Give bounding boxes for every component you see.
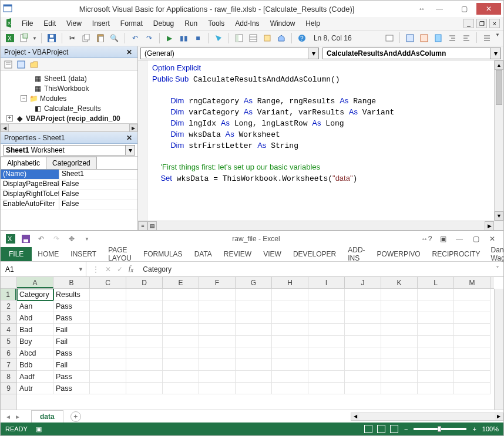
zoom-out-button[interactable]: − — [404, 425, 408, 432]
cell[interactable] — [126, 347, 163, 359]
page-break-view-icon[interactable] — [390, 425, 398, 433]
cell[interactable]: Pass — [53, 383, 90, 394]
cancel-formula-icon[interactable]: ✕ — [105, 265, 111, 273]
view-code-icon[interactable] — [3, 59, 14, 70]
find-icon[interactable]: 🔍 — [109, 32, 120, 44]
cell[interactable]: Pass — [53, 371, 90, 383]
row-header[interactable]: 3 — [1, 312, 16, 324]
column-header[interactable]: A — [17, 277, 53, 288]
cell[interactable] — [236, 300, 272, 312]
outdent-icon[interactable] — [461, 32, 472, 44]
cell[interactable] — [418, 300, 454, 312]
cell[interactable] — [454, 300, 490, 312]
column-header[interactable]: D — [126, 277, 163, 288]
cell[interactable] — [163, 312, 199, 324]
cell[interactable] — [90, 359, 126, 371]
ribbon-tab-review[interactable]: REVIEW — [218, 247, 257, 261]
zoom-slider[interactable] — [414, 428, 466, 430]
save-icon[interactable] — [46, 32, 58, 44]
cell[interactable] — [418, 312, 454, 324]
help-icon[interactable]: ? — [296, 32, 308, 44]
toolbox-icon[interactable] — [275, 32, 287, 44]
cell[interactable] — [90, 347, 126, 359]
qat-redo-icon[interactable]: ↷ — [51, 234, 62, 244]
code-scope-combo[interactable]: (General) ▾ — [140, 48, 319, 59]
cell[interactable] — [90, 336, 126, 347]
scroll-right-icon[interactable]: ▶ — [495, 413, 503, 420]
view-object-icon[interactable] — [16, 59, 26, 70]
combo-arrow-icon[interactable]: ▾ — [308, 48, 318, 59]
cell[interactable] — [236, 347, 272, 359]
ribbon-tab-insert[interactable]: INSERT — [65, 247, 102, 261]
cell[interactable] — [345, 289, 381, 300]
cell[interactable]: Fail — [53, 324, 90, 336]
tree-modules-folder[interactable]: −📁Modules — [2, 93, 136, 103]
menu-format[interactable]: Format — [116, 18, 147, 29]
cell[interactable] — [272, 347, 308, 359]
row-headers[interactable]: 123456789 — [1, 289, 17, 410]
cell[interactable] — [345, 347, 381, 359]
vba-system-icon[interactable] — [3, 4, 14, 14]
excel-vscrollbar[interactable] — [494, 289, 503, 410]
project-tree[interactable]: ▦Sheet1 (data) ▦ThisWorkbook −📁Modules ◧… — [1, 71, 137, 132]
cell[interactable] — [126, 336, 163, 347]
collapse-icon[interactable]: − — [21, 95, 27, 102]
cell[interactable] — [454, 371, 490, 383]
cell[interactable]: Results — [53, 289, 90, 300]
indent-icon[interactable] — [446, 32, 458, 44]
object-browser-icon[interactable] — [261, 32, 273, 44]
cell[interactable] — [308, 300, 345, 312]
macro-record-icon[interactable]: ▣ — [36, 425, 42, 433]
cell[interactable]: Fail — [53, 359, 90, 371]
cell[interactable] — [236, 371, 272, 383]
cell[interactable] — [308, 359, 345, 371]
cell[interactable] — [418, 359, 454, 371]
cut-icon[interactable]: ✂ — [66, 32, 78, 44]
cell[interactable] — [308, 383, 345, 394]
expand-formula-bar-icon[interactable]: ˅ — [492, 265, 503, 273]
cell[interactable]: Category — [17, 289, 53, 300]
code-procedure-combo[interactable]: CalculateResultsAndAddAsColumn ▾ — [322, 48, 501, 59]
tab-nav-last-icon[interactable]: ▸ — [14, 413, 22, 421]
cell[interactable] — [381, 383, 418, 394]
minimize-button[interactable]: — — [453, 234, 466, 244]
cell[interactable] — [236, 383, 272, 394]
cell[interactable] — [126, 300, 163, 312]
cell[interactable] — [199, 359, 236, 371]
list-dropdown-icon[interactable]: ▼ — [495, 32, 500, 44]
cell[interactable] — [163, 336, 199, 347]
column-header[interactable]: M — [454, 277, 490, 288]
maximize-button[interactable]: ▢ — [469, 234, 482, 244]
name-box[interactable]: A1 ▼ — [1, 262, 86, 276]
column-header[interactable]: L — [418, 277, 454, 288]
tree-sheet1[interactable]: ▦Sheet1 (data) — [2, 73, 136, 83]
cell[interactable] — [345, 300, 381, 312]
cell[interactable] — [308, 336, 345, 347]
ribbon-tab-formulas[interactable]: FORMULAS — [137, 247, 189, 261]
cell[interactable] — [308, 289, 345, 300]
cell[interactable]: Abcd — [17, 347, 53, 359]
row-header[interactable]: 5 — [1, 336, 16, 347]
project-pane-close-button[interactable]: ✕ — [125, 48, 134, 57]
menu-insert[interactable]: Insert — [88, 18, 115, 29]
cell[interactable]: Pass — [53, 300, 90, 312]
cell[interactable] — [126, 359, 163, 371]
properties-pane-close-button[interactable]: ✕ — [125, 133, 134, 143]
scroll-left-icon[interactable]: ◀ — [1, 124, 9, 132]
project-explorer-icon[interactable] — [233, 32, 245, 44]
cell[interactable] — [90, 371, 126, 383]
double-arrow-icon[interactable]: ↔? — [420, 234, 433, 244]
column-header[interactable]: F — [199, 277, 236, 288]
procedure-view-button[interactable]: ≡ — [138, 221, 147, 231]
tree-thisworkbook[interactable]: ▦ThisWorkbook — [2, 83, 136, 93]
cell[interactable]: Bdb — [17, 359, 53, 371]
property-value[interactable]: False — [59, 180, 137, 190]
cell[interactable] — [381, 312, 418, 324]
cell[interactable] — [236, 312, 272, 324]
expand-icon[interactable]: + — [6, 115, 13, 121]
cell[interactable] — [90, 383, 126, 394]
menu-file[interactable]: File — [17, 18, 38, 29]
fx-label-icon[interactable]: fx — [129, 264, 133, 273]
cell[interactable] — [454, 324, 490, 336]
ribbon-tab-home[interactable]: HOME — [32, 247, 65, 261]
